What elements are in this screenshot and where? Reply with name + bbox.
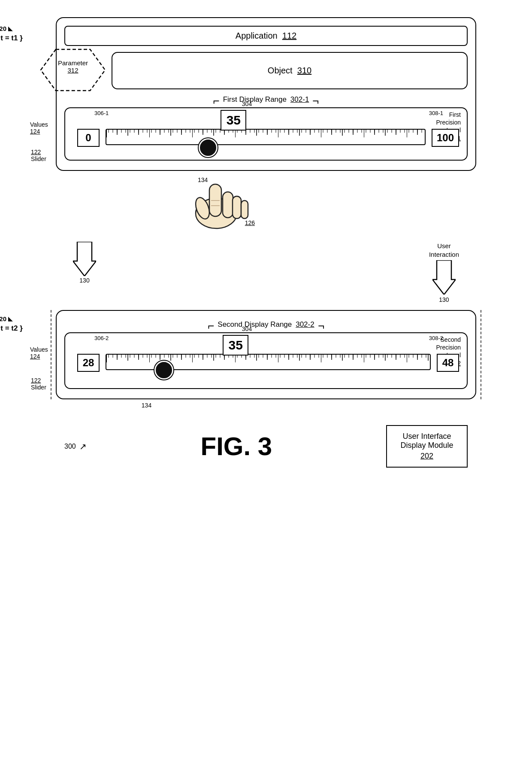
parameter-area: Parameter 312 Object 310 xyxy=(64,52,468,89)
first-display-label: First Display Range xyxy=(223,95,287,103)
slider-text-bot: Slider xyxy=(31,384,46,391)
hand-svg xyxy=(178,158,255,231)
object-box: Object 310 xyxy=(112,52,468,89)
parameter-ref: 312 xyxy=(39,67,107,74)
first-display-section: ⌐ First Display Range 302-1 ⌐ First Prec… xyxy=(64,95,468,161)
slider-track-bottom[interactable] xyxy=(106,354,431,370)
app-ref: 112 xyxy=(282,31,296,40)
top-diagram: 120 ◣ { t = t1 } Application 112 Paramet… xyxy=(56,17,476,171)
ref-120-top: 120 xyxy=(0,25,6,32)
values-ref-top: 124 xyxy=(30,128,48,135)
time-t2-block: 120 ◣ { t = t2 } xyxy=(0,315,23,333)
slider-current-bot[interactable]: 35 xyxy=(223,335,248,356)
hand-container: 126 xyxy=(178,158,255,226)
left-arrow-ref: 130 xyxy=(79,277,89,284)
left-arrow-block: 130 xyxy=(73,242,96,284)
fig-module-ref: 202 xyxy=(395,452,459,461)
svg-marker-17 xyxy=(73,242,96,276)
slider-label-122-top: 122 xyxy=(31,149,41,155)
svg-rect-13 xyxy=(241,201,248,219)
first-display-ref: 302-1 xyxy=(290,95,309,103)
user-interaction-label: UserInteraction xyxy=(429,242,459,258)
values-ref-bot: 124 xyxy=(30,353,48,360)
callout-308-1: 308-1 xyxy=(429,110,443,116)
slider-max-bot: 48 xyxy=(437,354,459,372)
svg-rect-8 xyxy=(106,130,425,145)
values-label-bot: Values 124 xyxy=(30,346,48,360)
dashed-right xyxy=(481,310,481,399)
callout-306-1: 306-1 xyxy=(94,110,109,116)
fig-ref-300: 300 xyxy=(64,443,76,450)
slider-track-top[interactable] xyxy=(106,129,426,145)
second-display-section: ⌐ Second Display Range 302-2 ⌐ Second Pr… xyxy=(64,320,468,389)
ref-120-bot: 120 xyxy=(0,315,6,322)
callout-304-top: 304 xyxy=(242,100,252,107)
parameter-label: Parameter xyxy=(39,59,107,67)
left-arrow-svg xyxy=(73,242,96,276)
callout-308-2: 308-2 xyxy=(429,335,443,341)
time-t1-block: 120 ◣ { t = t1 } xyxy=(0,25,23,43)
fig-module-box: User InterfaceDisplay Module 202 xyxy=(386,425,468,468)
fig-module-label: User InterfaceDisplay Module xyxy=(395,432,459,450)
object-label: Object xyxy=(268,66,293,75)
slider-label-122-bot: 122 xyxy=(31,377,41,384)
ruler-pattern-top xyxy=(106,130,425,145)
dashed-left xyxy=(51,310,51,399)
slider-row-top[interactable]: 0 35 xyxy=(73,129,459,147)
callout-306-2: 306-2 xyxy=(94,335,109,341)
fig-ref-block: 300 ↗ xyxy=(64,441,87,452)
fig-section: 300 ↗ FIG. 3 User InterfaceDisplay Modul… xyxy=(56,425,476,468)
hand-ref-126: 126 xyxy=(245,219,255,226)
callout-134-bot: 134 xyxy=(142,402,151,409)
arrow-bot: ◣ xyxy=(8,316,12,322)
object-ref: 310 xyxy=(297,66,311,75)
slider-min-bot: 28 xyxy=(77,354,100,372)
slider-max-top: 100 xyxy=(432,129,459,147)
slider-thumb-bot[interactable] xyxy=(154,361,173,380)
slider-text-top: Slider xyxy=(31,155,46,162)
fig-arrow: ↗ xyxy=(79,441,87,452)
app-bar: Application 112 xyxy=(64,26,468,46)
bottom-diagram: 120 ◣ { t = t2 } ⌐ Second Display Range … xyxy=(56,310,476,399)
second-display-ref: 302-2 xyxy=(296,320,314,328)
fig-title: FIG. 3 xyxy=(201,432,272,461)
values-label-top: Values 124 xyxy=(30,121,48,135)
time-t2-label: { t = t2 } xyxy=(0,324,23,333)
slider-current-top[interactable]: 35 xyxy=(221,110,246,131)
callout-304-bot: 304 xyxy=(242,325,252,332)
svg-marker-18 xyxy=(432,260,456,295)
slider-outer-box-bottom: Second Precision Level 132-2 Values 124 … xyxy=(64,332,468,389)
arrows-section: 130 UserInteraction 130 xyxy=(56,242,476,303)
outer-box-bottom: ⌐ Second Display Range 302-2 ⌐ Second Pr… xyxy=(56,310,476,399)
svg-rect-12 xyxy=(233,196,241,219)
slider-outer-box-top: First Precision Level 132-1 Values 124 3… xyxy=(64,107,468,161)
slider-thumb-top[interactable] xyxy=(199,138,218,157)
arrow-top: ◣ xyxy=(8,25,12,32)
right-arrow-svg xyxy=(432,260,456,295)
app-label: Application xyxy=(236,31,278,40)
second-display-label: Second Display Range xyxy=(218,320,292,328)
page-container: 120 ◣ { t = t1 } Application 112 Paramet… xyxy=(0,0,532,775)
right-arrow-ref: 130 xyxy=(439,296,449,303)
outer-box-top: Application 112 Parameter 312 Object 310 xyxy=(56,17,476,171)
slider-min-top: 0 xyxy=(77,129,100,147)
svg-rect-11 xyxy=(223,192,233,218)
slider-row-bottom[interactable]: 28 35 xyxy=(73,354,459,372)
right-arrow-block: UserInteraction 130 xyxy=(429,242,459,303)
time-t1-label: { t = t1 } xyxy=(0,34,23,43)
parameter-hex-block: Parameter 312 xyxy=(39,49,107,93)
